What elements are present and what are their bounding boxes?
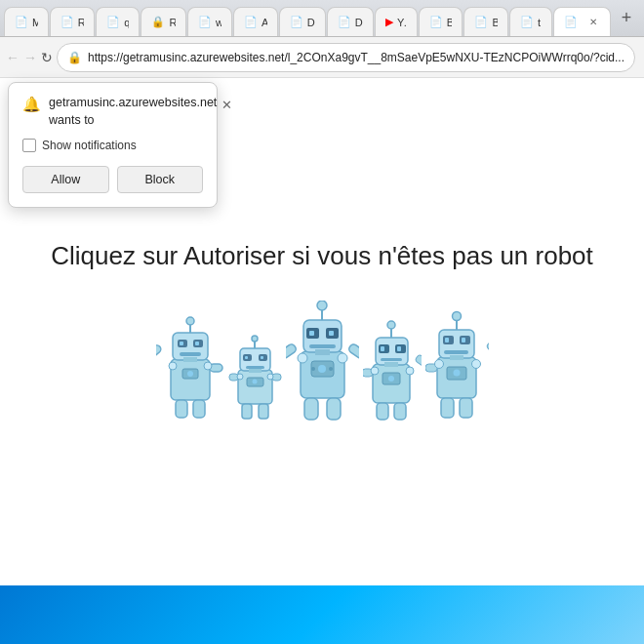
tab-8[interactable]: 📄 DD| [327, 7, 374, 36]
svg-rect-7 [180, 352, 201, 356]
tab-favicon-11: 📄 [474, 16, 488, 28]
tab-4[interactable]: 🔒 Rej [141, 7, 186, 36]
refresh-button[interactable]: ↻ [41, 44, 53, 71]
svg-point-52 [311, 367, 315, 371]
tab-1[interactable]: 📄 Ma [4, 7, 49, 36]
popup-close-button[interactable]: ✕ [217, 95, 236, 114]
svg-point-27 [252, 336, 258, 342]
tab-7[interactable]: 📄 DD| [279, 7, 326, 36]
tab-favicon-12: 📄 [520, 16, 534, 28]
tab-3[interactable]: 📄 qui [96, 7, 140, 36]
svg-rect-47 [347, 342, 359, 359]
robot-2 [228, 335, 282, 423]
svg-rect-61 [381, 346, 384, 351]
tab-label-5: ww [216, 17, 221, 28]
new-tab-button[interactable]: + [613, 5, 640, 32]
svg-rect-12 [176, 400, 187, 418]
tab-13-active[interactable]: 📄 Co ✕ [553, 7, 611, 36]
allow-button[interactable]: Allow [22, 166, 109, 193]
svg-rect-46 [286, 342, 298, 359]
svg-rect-10 [156, 343, 162, 357]
svg-rect-23 [245, 356, 248, 359]
svg-point-51 [318, 365, 326, 373]
tab-label-7: DD| [307, 17, 315, 28]
svg-rect-87 [460, 398, 472, 418]
show-notifications-checkbox[interactable] [22, 139, 36, 152]
tab-label-2: Rej [78, 17, 85, 28]
windows-taskbar [0, 585, 644, 644]
svg-point-72 [371, 367, 379, 375]
svg-rect-69 [394, 403, 406, 420]
svg-rect-43 [309, 344, 336, 348]
svg-rect-20 [249, 369, 262, 373]
svg-point-9 [186, 317, 194, 325]
show-notifications-label: Show notifications [42, 139, 137, 152]
tab-label-12: tro [538, 17, 542, 28]
svg-point-73 [406, 367, 414, 375]
forward-button[interactable]: → [23, 44, 37, 71]
tab-9[interactable]: ▶ You [375, 7, 418, 36]
tab-favicon-10: 📄 [429, 16, 443, 28]
tab-2[interactable]: 📄 Rej [50, 7, 96, 36]
tab-11[interactable]: 📄 BC [463, 7, 508, 36]
tab-6[interactable]: 📄 Acl [233, 7, 278, 36]
svg-rect-86 [441, 398, 454, 418]
tab-close-icon[interactable]: ✕ [585, 15, 601, 30]
tab-10[interactable]: 📄 BC [419, 7, 463, 36]
svg-point-65 [387, 321, 395, 329]
svg-rect-68 [377, 403, 388, 420]
robot-1 [156, 315, 224, 423]
svg-rect-13 [193, 400, 205, 418]
svg-rect-5 [180, 342, 183, 345]
svg-point-71 [388, 376, 394, 382]
tab-label-11: BC [492, 17, 498, 28]
svg-rect-58 [384, 362, 398, 367]
svg-rect-25 [246, 366, 264, 369]
tab-favicon-2: 📄 [60, 16, 74, 28]
svg-point-90 [434, 360, 443, 369]
tab-favicon-13: 📄 [564, 16, 578, 28]
svg-rect-41 [309, 331, 314, 336]
svg-rect-76 [450, 355, 463, 360]
popup-title-area: 🔔 getramusinc.azurewebsites.net wants to [22, 95, 217, 129]
svg-point-45 [317, 301, 327, 310]
svg-rect-2 [183, 357, 197, 362]
lock-icon: 🔒 [67, 51, 82, 64]
tab-label-3: qui [124, 17, 129, 28]
svg-rect-80 [462, 338, 465, 342]
svg-point-17 [204, 362, 212, 370]
tab-favicon-5: 📄 [198, 16, 212, 28]
svg-rect-49 [327, 398, 341, 420]
tab-label-9: You [397, 17, 407, 28]
svg-point-35 [267, 374, 273, 380]
tab-5[interactable]: 📄 ww [187, 7, 232, 36]
popup-header: 🔔 getramusinc.azurewebsites.net wants to… [22, 95, 203, 129]
tab-favicon-7: 📄 [290, 16, 303, 28]
svg-rect-48 [304, 398, 318, 420]
svg-rect-63 [381, 358, 402, 361]
svg-rect-42 [329, 331, 334, 336]
block-button[interactable]: Block [117, 166, 204, 193]
svg-rect-81 [444, 350, 468, 354]
tab-label-8: DD| [355, 17, 363, 28]
page-main-text: Cliquez sur Autoriser si vous n'êtes pas… [31, 241, 613, 271]
svg-rect-62 [397, 346, 401, 351]
tab-label-1: Ma [32, 17, 38, 28]
tab-favicon-1: 📄 [15, 16, 28, 28]
tab-12[interactable]: 📄 tro [509, 7, 552, 36]
show-notifications-row: Show notifications [22, 139, 203, 152]
svg-rect-38 [315, 349, 330, 355]
popup-actions: Allow Block [22, 166, 203, 193]
svg-point-34 [237, 374, 243, 380]
read-aloud-button[interactable]: 𝓐 [639, 45, 644, 70]
svg-rect-79 [445, 338, 449, 342]
browser-frame: 📄 Ma 📄 Rej 📄 qui 🔒 Rej 📄 ww 📄 Acl [0, 0, 644, 644]
svg-point-33 [252, 380, 257, 384]
address-bar-row: ← → ↻ 🔒 https://getramusinc.azurewebsite… [0, 37, 644, 78]
bell-icon: 🔔 [22, 96, 41, 113]
tab-label-10: BC [447, 17, 453, 28]
tab-label-6: Acl [262, 17, 267, 28]
robot-3 [286, 301, 359, 423]
address-box[interactable]: 🔒 https://getramusinc.azurewebsites.net/… [57, 43, 635, 72]
back-button[interactable]: ← [6, 44, 20, 71]
